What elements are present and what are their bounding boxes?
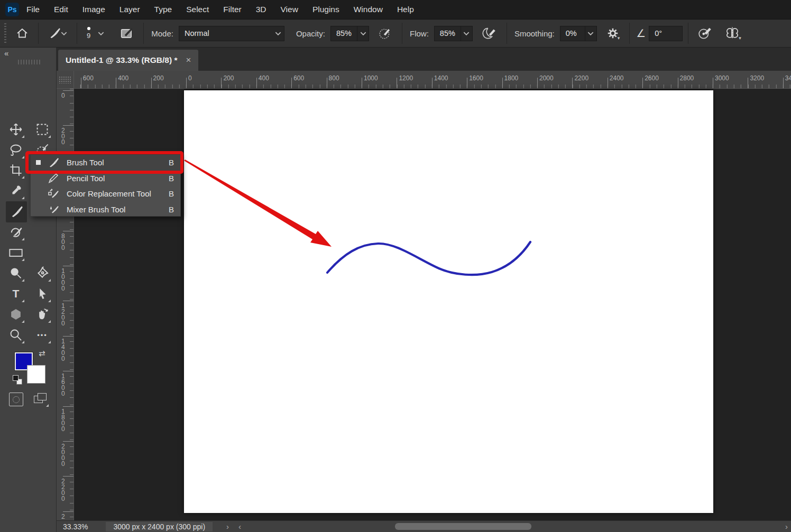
background-color-swatch[interactable] [27, 365, 45, 384]
dodge-tool[interactable] [6, 264, 25, 283]
scroll-right-icon[interactable]: › [785, 522, 788, 531]
ruler-tick [63, 301, 73, 301]
flow-value: 85% [435, 26, 461, 41]
tool-panel: « [0, 48, 57, 532]
ellipsis-icon: ••• [37, 331, 48, 339]
blend-mode-select[interactable]: Normal [179, 26, 284, 41]
menu-items: FileEditImageLayerTypeSelectFilter3DView… [26, 5, 414, 14]
symmetry-button[interactable]: ▾ [720, 23, 746, 44]
brush-stroke [184, 90, 713, 513]
menu-item-help[interactable]: Help [397, 5, 414, 14]
options-bar-grip[interactable] [4, 23, 6, 43]
ruler-label: 1800 [504, 74, 519, 82]
butterfly-symmetry-icon [724, 26, 740, 41]
chevron-down-icon [61, 32, 67, 35]
type-tool[interactable]: T [6, 284, 25, 303]
mixer-brush-icon [47, 203, 60, 215]
collapse-panel-button[interactable]: « [4, 49, 9, 58]
shape-tool[interactable] [6, 305, 25, 324]
toggle-brush-settings-button[interactable] [116, 23, 138, 44]
smoothing-label: Smoothing: [514, 29, 555, 38]
menu-item-window[interactable]: Window [354, 5, 383, 14]
brush-icon [48, 27, 61, 40]
gradient-tool[interactable] [6, 243, 25, 262]
menu-item-edit[interactable]: Edit [54, 5, 68, 14]
crop-tool[interactable] [6, 161, 25, 180]
size-pressure-button[interactable] [694, 23, 717, 44]
menu-item-layer[interactable]: Layer [119, 5, 140, 14]
tool-panel-grip[interactable] [18, 60, 40, 64]
menu-item-file[interactable]: File [26, 5, 40, 14]
screen-mode-button[interactable] [34, 392, 49, 407]
ruler-label: 0 [61, 93, 65, 99]
ruler-label: 2800 [680, 74, 694, 82]
document-info-field[interactable]: 3000 px x 2400 px (300 ppi) [106, 522, 213, 531]
zoom-tool[interactable] [6, 325, 25, 344]
ruler-tick [327, 78, 327, 88]
brush-angle-icon: ∠ [636, 27, 646, 40]
ruler-tick [256, 78, 257, 88]
menu-item-3d[interactable]: 3D [256, 5, 266, 14]
ruler-tick [63, 476, 73, 477]
ruler-label: 1 0 0 0 [61, 268, 65, 292]
path-selection-tool[interactable] [33, 284, 52, 303]
ruler-tick [116, 78, 116, 88]
smoothing-options-button[interactable]: ▾ [602, 23, 624, 44]
swap-colors-icon[interactable]: ⇄ [39, 349, 45, 358]
move-tool[interactable] [6, 120, 25, 139]
brush-tool[interactable] [6, 201, 27, 222]
menu-item-image[interactable]: Image [82, 5, 105, 14]
ruler-tick [502, 78, 503, 88]
opacity-field[interactable]: 85% [330, 26, 369, 41]
menu-item-color-replacement-tool[interactable]: Color Replacement Tool B [31, 186, 180, 202]
chevron-down-icon [275, 32, 281, 35]
history-brush-tool[interactable] [6, 222, 25, 241]
menu-item-plugins[interactable]: Plugins [312, 5, 339, 14]
brush-size-picker[interactable]: 9 [82, 23, 108, 44]
status-collapse-icon[interactable]: ‹ [238, 522, 241, 531]
opacity-pressure-button[interactable] [374, 23, 397, 44]
quick-mask-button[interactable] [9, 393, 23, 406]
lasso-tool[interactable] [6, 141, 25, 160]
pen-tool[interactable] [33, 264, 52, 283]
menu-item-select[interactable]: Select [186, 5, 209, 14]
caret-down-icon: ▾ [618, 35, 620, 41]
document-tab[interactable]: Untitled-1 @ 33.3% (RGB/8) * × [58, 50, 198, 71]
close-icon[interactable]: × [186, 55, 191, 66]
ruler-tick [151, 78, 152, 88]
ruler-label: 3000 [715, 74, 729, 82]
home-button[interactable] [12, 23, 33, 44]
ruler-label: 3200 [750, 74, 764, 82]
status-expand-icon[interactable]: › [226, 522, 229, 531]
ruler-label: 2 0 0 [61, 128, 65, 145]
airbrush-button[interactable] [478, 23, 501, 44]
rectangular-marquee-tool[interactable] [33, 120, 52, 139]
quick-mask-icon [13, 396, 20, 403]
ruler-tick [783, 78, 784, 88]
smoothing-value: 0% [560, 26, 585, 41]
edit-toolbar-button[interactable]: ••• [33, 325, 52, 344]
ruler-tick [713, 78, 713, 88]
zoom-level-field[interactable]: 33.33% [57, 522, 94, 531]
status-bar: 33.33% 3000 px x 2400 px (300 ppi) › ‹ › [57, 520, 791, 532]
horizontal-scrollbar-thumb[interactable] [395, 523, 531, 530]
menu-item-view[interactable]: View [281, 5, 298, 14]
eyedropper-tool[interactable] [6, 181, 25, 200]
photoshop-logo: Ps [5, 3, 19, 16]
ruler-label: 2200 [574, 74, 588, 82]
ruler-tick [362, 78, 362, 88]
blend-mode-value: Normal [179, 26, 272, 41]
smoothing-field[interactable]: 0% [560, 26, 597, 41]
flow-field[interactable]: 85% [434, 26, 473, 41]
hand-tool[interactable] [33, 305, 52, 324]
type-tool-glyph: T [13, 287, 20, 300]
default-colors-icon[interactable] [13, 375, 22, 385]
menu-item-filter[interactable]: Filter [223, 5, 241, 14]
home-icon [16, 27, 29, 39]
menu-item-mixer-brush-tool[interactable]: Mixer Brush Tool B [31, 202, 180, 218]
canvas[interactable] [184, 90, 713, 513]
document-tab-bar: Untitled-1 @ 33.3% (RGB/8) * × [57, 48, 791, 71]
tool-preset-picker[interactable] [44, 23, 71, 44]
brush-angle-field[interactable]: 0° [649, 26, 683, 41]
menu-item-type[interactable]: Type [154, 5, 172, 14]
